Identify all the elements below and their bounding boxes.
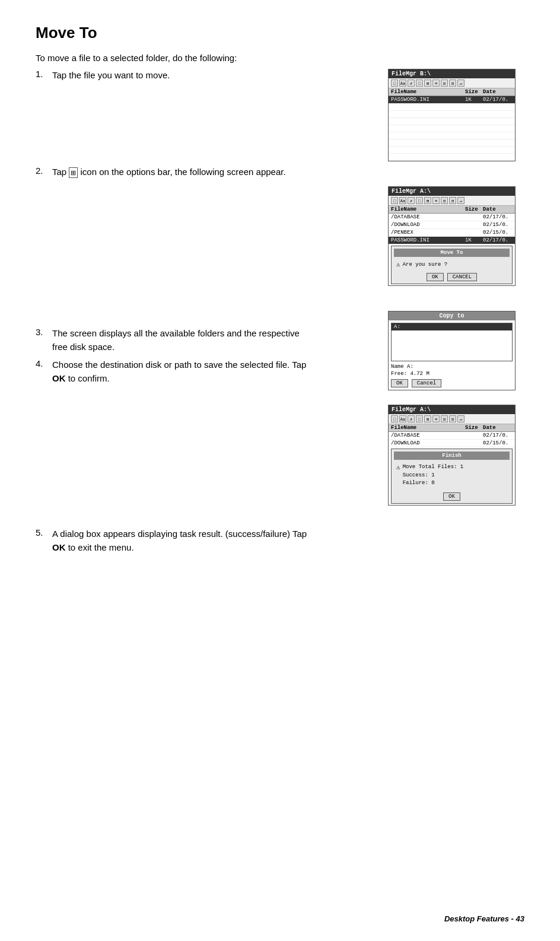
move-to-ok-button[interactable]: OK — [427, 273, 444, 281]
screen-1-table-header: FileName Size Date — [389, 88, 515, 96]
screen-1-empty-8 — [389, 154, 515, 161]
col-filename-4: FileName — [391, 425, 465, 431]
copy-to-content: A: Name A: Free: 4.72 M OK Cancel — [389, 320, 515, 390]
screen-1-empty-1 — [389, 104, 515, 111]
page-title: Move To — [36, 24, 524, 42]
step-5-text: A dialog box appears displaying task res… — [52, 527, 307, 554]
toolbar-icon-3: ✗ — [408, 80, 415, 87]
copy-ok-button[interactable]: OK — [391, 379, 408, 387]
step-1-text: Tap the file you want to move. — [52, 69, 170, 82]
move-to-message: ⚠ Are you sure ? — [394, 259, 510, 269]
toolbar-icon-s2-7: ⊡ — [441, 197, 448, 204]
row-date: 02/17/0. — [483, 97, 513, 103]
move-to-dialog: Move To ⚠ Are you sure ? OK CANCEL — [391, 246, 513, 284]
screen-2-row-2[interactable]: /PENBEX 02/15/0. — [389, 229, 515, 237]
toolbar-icon-s4-9: ↵ — [457, 415, 464, 422]
screen-1-empty-5 — [389, 132, 515, 139]
toolbar-icon-s4-3: ✗ — [408, 415, 415, 422]
toolbar-icon-s4-7: ⊡ — [441, 415, 448, 422]
row-filename: PASSWORD.INI — [391, 97, 465, 103]
screen-1-empty-2 — [389, 111, 515, 118]
filemgr-label-2: FileMgr A:\ — [392, 188, 431, 195]
screen-1-empty-4 — [389, 125, 515, 132]
finish-message: ⚠ Move Total Files: 1 Success: 1 Failure… — [394, 462, 510, 489]
screen-2-row-1[interactable]: /DOWNLOAD 02/15/0. — [389, 221, 515, 229]
copy-list-item-a[interactable]: A: — [392, 323, 512, 330]
screen-2-table-header: FileName Size Date — [389, 206, 515, 214]
move-to-cancel-button[interactable]: CANCEL — [447, 273, 477, 281]
toolbar-icon-s2-4: □ — [416, 197, 423, 204]
copy-cancel-button[interactable]: Cancel — [412, 379, 441, 387]
screen-4-row-0[interactable]: /DATABASE 02/17/0. — [389, 432, 515, 440]
toolbar-icon-2: Aa — [399, 80, 406, 87]
col-size-2: Size — [465, 206, 483, 212]
step-4-number: 4. — [36, 358, 47, 368]
toolbar-icon-s2-2: Aa — [399, 197, 406, 204]
toolbar-icon-s4-4: □ — [416, 415, 423, 422]
move-to-message-text: Are you sure ? — [403, 262, 448, 268]
copy-free-info: Free: 4.72 M — [391, 371, 513, 377]
intro-text: To move a file to a selected folder, do … — [36, 53, 524, 63]
filemgr-label-1: FileMgr B:\ — [392, 71, 431, 77]
move-to-title: Move To — [394, 249, 510, 257]
step-4-text: Choose the destination disk or path to s… — [52, 358, 307, 385]
toolbar-icon-4: □ — [416, 80, 423, 87]
finish-title: Finish — [394, 452, 510, 460]
step-3-text: The screen displays all the available fo… — [52, 327, 307, 354]
col-date-2: Date — [483, 206, 513, 212]
screen-2-row-0[interactable]: /DATABASE 02/17/0. — [389, 214, 515, 221]
warning-icon: ⚠ — [396, 260, 400, 268]
toolbar-icon-8: ⊟ — [449, 80, 456, 87]
screen-2: FileMgr A:\ □ Aa ✗ □ ⊞ ≡ ⊡ ⊟ ↵ FileName … — [388, 186, 516, 286]
screen-4-header: FileMgr A:\ — [389, 405, 515, 414]
screen-1-row-0[interactable]: PASSWORD.INI 1K 02/17/0. — [389, 96, 515, 104]
screen-1-toolbar: □ Aa ✗ □ ⊞ ≡ ⊡ ⊟ ↵ — [389, 78, 515, 88]
screen-2-toolbar: □ Aa ✗ □ ⊞ ≡ ⊡ ⊟ ↵ — [389, 196, 515, 206]
finish-ok-button[interactable]: OK — [443, 492, 460, 501]
screen-3: Copy to A: Name A: Free: 4.72 M OK Cance… — [388, 311, 516, 390]
toolbar-icon-1: □ — [391, 80, 398, 87]
step-3-number: 3. — [36, 327, 47, 337]
toolbar-icon-s2-6: ≡ — [432, 197, 440, 204]
toolbar-icon-6: ≡ — [432, 80, 440, 87]
toolbar-icon-s2-5: ⊞ — [424, 197, 431, 204]
col-size-1: Size — [465, 89, 483, 95]
step-1-number: 1. — [36, 69, 47, 79]
toolbar-icon-s4-6: ≡ — [432, 415, 440, 422]
copy-buttons: OK Cancel — [391, 379, 513, 387]
screen-1-header: FileMgr B:\ — [389, 69, 515, 78]
page-footer: Desktop Features - 43 — [444, 914, 524, 923]
screen-4: FileMgr A:\ □ Aa ✗ □ ⊞ ≡ ⊡ ⊟ ↵ FileName … — [388, 405, 516, 506]
finish-line-0: Move Total Files: 1 — [403, 463, 464, 472]
filemgr-label-4: FileMgr A:\ — [392, 406, 431, 413]
col-date-1: Date — [483, 89, 513, 95]
toolbar-icon-s4-5: ⊞ — [424, 415, 431, 422]
finish-text: Move Total Files: 1 Success: 1 Failure: … — [403, 463, 464, 488]
toolbar-icon-s4-1: □ — [391, 415, 398, 422]
col-filename-1: FileName — [391, 89, 465, 95]
step-2-number: 2. — [36, 166, 47, 176]
copy-listbox[interactable]: A: — [391, 323, 513, 361]
col-filename-2: FileName — [391, 206, 465, 212]
col-size-4: Size — [465, 425, 483, 431]
toolbar-icon-7: ⊡ — [441, 80, 448, 87]
toolbar-icon-s2-3: ✗ — [408, 197, 415, 204]
row-size: 1K — [465, 97, 483, 103]
toolbar-icon-5: ⊞ — [424, 80, 431, 87]
screen-2-row-3[interactable]: PASSWORD.INI 1K 02/17/0. — [389, 237, 515, 244]
screen-4-table-header: FileName Size Date — [389, 424, 515, 432]
copy-to-title: Copy to — [389, 311, 515, 320]
screen-1: FileMgr B:\ □ Aa ✗ □ ⊞ ≡ ⊡ ⊟ ↵ FileName … — [388, 69, 516, 161]
toolbar-icon-s2-1: □ — [391, 197, 398, 204]
step-5-number: 5. — [36, 527, 47, 538]
toolbar-icon-9: ↵ — [457, 80, 464, 87]
screen-4-row-1[interactable]: /DOWNLOAD 02/15/0. — [389, 440, 515, 447]
move-to-buttons: OK CANCEL — [394, 273, 510, 281]
finish-line-1: Success: 1 — [403, 472, 464, 480]
finish-buttons: OK — [394, 492, 510, 501]
finish-warning-icon: ⚠ — [396, 463, 400, 488]
toolbar-icon-s4-2: Aa — [399, 415, 406, 422]
toolbar-icon-s4-8: ⊟ — [449, 415, 456, 422]
screen-1-empty-6 — [389, 139, 515, 147]
screen-1-empty-7 — [389, 147, 515, 154]
